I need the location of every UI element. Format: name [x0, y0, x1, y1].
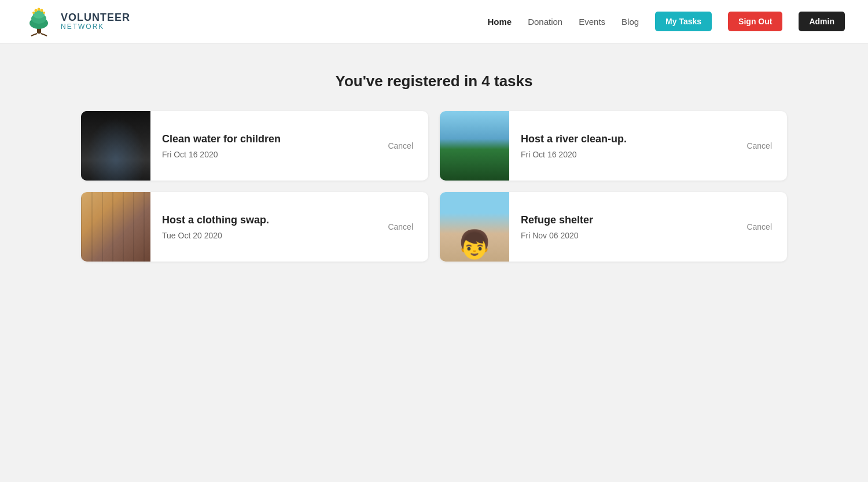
- svg-point-8: [43, 12, 45, 14]
- task-date-clean-water: Fri Oct 16 2020: [162, 150, 367, 159]
- cancel-button-refuge-shelter[interactable]: Cancel: [737, 218, 781, 236]
- logo-volunteer-text: VOLUNTEER: [61, 12, 130, 24]
- tasks-grid: Clean water for children Fri Oct 16 2020…: [81, 111, 787, 262]
- task-title-clean-water: Clean water for children: [162, 133, 367, 145]
- task-info-clothing-swap: Host a clothing swap. Tue Oct 20 2020: [150, 214, 378, 240]
- logo-icon: [23, 6, 55, 38]
- cancel-button-clothing-swap[interactable]: Cancel: [378, 218, 422, 236]
- my-tasks-button[interactable]: My Tasks: [655, 12, 712, 31]
- nav-home[interactable]: Home: [487, 17, 512, 27]
- task-card-clean-water: Clean water for children Fri Oct 16 2020…: [81, 111, 428, 181]
- task-title-refuge-shelter: Refuge shelter: [521, 214, 726, 226]
- svg-point-7: [32, 12, 35, 14]
- svg-point-6: [41, 9, 43, 12]
- nav-blog[interactable]: Blog: [621, 17, 639, 27]
- task-title-clothing-swap: Host a clothing swap.: [162, 214, 367, 226]
- task-card-clothing-swap: Host a clothing swap. Tue Oct 20 2020 Ca…: [81, 192, 428, 262]
- task-title-river-cleanup: Host a river clean-up.: [521, 133, 726, 145]
- task-info-refuge-shelter: Refuge shelter Fri Nov 06 2020: [509, 214, 737, 240]
- logo-text: VOLUNTEER NETWORK: [61, 12, 130, 31]
- svg-point-5: [38, 8, 41, 10]
- page-title: You've registered in 4 tasks: [81, 72, 787, 90]
- task-image-river-cleanup: [440, 111, 509, 181]
- task-card-river-cleanup: Host a river clean-up. Fri Oct 16 2020 C…: [440, 111, 787, 181]
- logo-network-text: NETWORK: [61, 23, 130, 31]
- header: VOLUNTEER NETWORK Home Donation Events B…: [0, 0, 868, 43]
- task-info-river-cleanup: Host a river clean-up. Fri Oct 16 2020: [509, 133, 737, 159]
- task-info-clean-water: Clean water for children Fri Oct 16 2020: [150, 133, 378, 159]
- task-card-refuge-shelter: Refuge shelter Fri Nov 06 2020 Cancel: [440, 192, 787, 262]
- admin-button[interactable]: Admin: [799, 12, 845, 31]
- task-date-river-cleanup: Fri Oct 16 2020: [521, 150, 726, 159]
- main-nav: Home Donation Events Blog My Tasks Sign …: [487, 12, 845, 31]
- svg-point-3: [33, 10, 45, 19]
- sign-out-button[interactable]: Sign Out: [728, 12, 782, 31]
- task-image-clothing-swap: [81, 192, 150, 262]
- task-date-refuge-shelter: Fri Nov 06 2020: [521, 231, 726, 240]
- cancel-button-river-cleanup[interactable]: Cancel: [737, 137, 781, 155]
- main-content: You've registered in 4 tasks Clean water…: [58, 43, 810, 290]
- cancel-button-clean-water[interactable]: Cancel: [378, 137, 422, 155]
- task-date-clothing-swap: Tue Oct 20 2020: [162, 231, 367, 240]
- nav-events[interactable]: Events: [579, 17, 605, 27]
- svg-point-4: [35, 9, 38, 12]
- logo: VOLUNTEER NETWORK: [23, 6, 130, 38]
- nav-donation[interactable]: Donation: [528, 17, 562, 27]
- task-image-refuge-shelter: [440, 192, 509, 262]
- task-image-clean-water: [81, 111, 150, 181]
